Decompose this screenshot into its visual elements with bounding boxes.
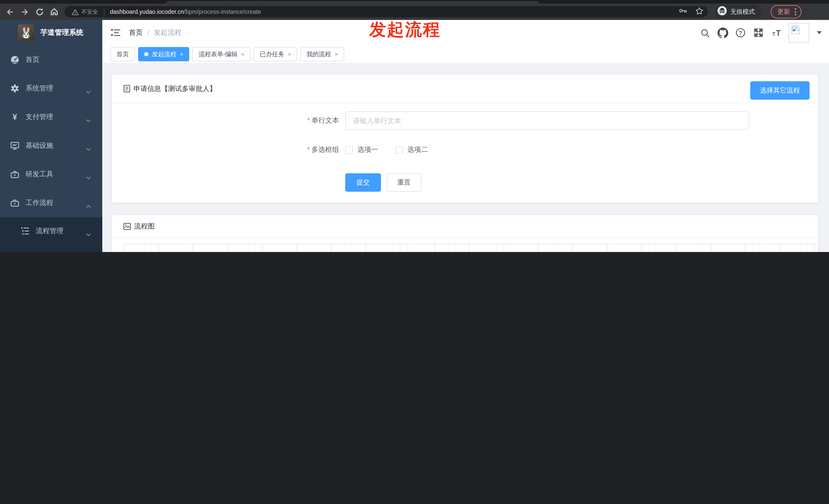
back-icon[interactable] <box>5 7 15 17</box>
checkbox-icon[interactable] <box>345 146 353 154</box>
fullscreen-icon[interactable] <box>753 27 764 38</box>
view-tab-done-tasks[interactable]: 已办任务× <box>254 47 297 61</box>
bookmark-star-icon[interactable] <box>695 6 704 17</box>
chevron-down-icon <box>86 229 91 238</box>
svg-text:T: T <box>776 28 781 38</box>
chevron-down-icon <box>86 144 91 153</box>
avatar[interactable] <box>789 23 809 42</box>
incognito-badge: 无痕模式 <box>715 5 761 18</box>
password-key-icon[interactable] <box>679 7 688 17</box>
document-icon <box>123 85 131 92</box>
close-icon[interactable]: × <box>180 51 183 57</box>
view-tab-form-edit[interactable]: 流程表单-编辑× <box>192 47 251 61</box>
apply-info-title: 申请信息【测试多审批人】 <box>134 84 216 93</box>
svg-text:T: T <box>772 31 775 37</box>
view-tab-my-process[interactable]: 我的流程× <box>300 47 344 61</box>
required-mark: * <box>307 146 310 153</box>
broken-image-icon <box>790 25 801 36</box>
browser-active-tab[interactable] <box>166 1 539 4</box>
kebab-menu-icon[interactable] <box>795 8 797 15</box>
close-icon[interactable]: × <box>288 51 291 57</box>
diagram-title: 流程图 <box>134 222 155 231</box>
monitor-icon <box>10 141 20 150</box>
home-icon[interactable] <box>49 7 59 17</box>
screenshot-root: 不安全 dashboard.yudao.iocoder.cn/bpm/proce… <box>0 0 829 252</box>
forward-icon[interactable] <box>20 7 30 17</box>
close-icon[interactable]: × <box>335 51 338 57</box>
text-field-label: *单行文本 <box>112 116 339 125</box>
sidebar: 🐰 芋道管理系统 首页 系统管理 ¥ 支付管理 <box>0 20 102 252</box>
github-icon[interactable] <box>717 27 728 38</box>
reset-button[interactable]: 重置 <box>387 173 422 192</box>
sidebar-item-label: 流程管理 <box>36 226 63 236</box>
sidebar-fold-icon[interactable] <box>110 28 121 38</box>
browser-tabstrip <box>0 0 829 4</box>
font-size-icon[interactable]: TT <box>771 27 782 38</box>
help-icon[interactable]: ? <box>735 27 746 38</box>
app-logo: 🐰 <box>18 25 34 41</box>
single-line-text-input[interactable] <box>345 111 749 130</box>
select-other-process-button[interactable]: 选择其它流程 <box>750 81 809 100</box>
checkbox-icon[interactable] <box>395 146 403 154</box>
update-menu-button[interactable]: 更新 <box>771 5 801 18</box>
view-tabbar: 首页 发起流程× 流程表单-编辑× 已办任务× 我的流程× <box>102 45 829 63</box>
page-content: 申请信息【测试多审批人】 选择其它流程 *单行文本 *多选框组 选项一 选项二 <box>102 63 829 252</box>
toolbox-icon <box>10 170 20 179</box>
active-tab-dot <box>144 52 148 56</box>
app-logo-row[interactable]: 🐰 芋道管理系统 <box>0 20 102 45</box>
list-tree-icon <box>21 226 30 236</box>
avatar-caret-icon[interactable] <box>817 31 822 34</box>
chevron-down-icon <box>86 172 91 182</box>
chevron-up-icon <box>86 201 91 210</box>
submit-button[interactable]: 提交 <box>345 173 381 192</box>
sidebar-item-label: 首页 <box>26 55 39 65</box>
sidebar-item-infrastructure[interactable]: 基础设施 <box>0 131 102 160</box>
reload-icon[interactable] <box>34 7 44 17</box>
update-label: 更新 <box>777 7 790 16</box>
sidebar-item-label: 工作流程 <box>26 198 53 207</box>
annotation-title: 发起流程 <box>369 18 441 41</box>
omnibox-divider <box>104 8 104 15</box>
breadcrumb-separator: / <box>147 29 149 37</box>
sidebar-item-task-mgmt[interactable]: 任务管理 <box>0 245 102 252</box>
url-path: /bpm/process-instance/create <box>184 9 261 15</box>
diagram-card-header: 流程图 <box>112 215 818 238</box>
sidebar-item-payment[interactable]: ¥ 支付管理 <box>0 103 102 131</box>
text-field-row: *单行文本 <box>112 111 818 130</box>
checkbox-option-1[interactable]: 选项一 <box>345 145 378 154</box>
breadcrumb: 首页 / 发起流程 <box>129 28 182 37</box>
sidebar-item-system[interactable]: 系统管理 <box>0 74 102 103</box>
browser-toolbar: 不安全 dashboard.yudao.iocoder.cn/bpm/proce… <box>0 4 829 20</box>
process-diagram-card: 流程图 <box>111 215 818 252</box>
apply-info-card: 申请信息【测试多审批人】 选择其它流程 *单行文本 *多选框组 选项一 选项二 <box>111 74 818 203</box>
sidebar-item-label: 支付管理 <box>26 112 53 122</box>
breadcrumb-home[interactable]: 首页 <box>129 28 143 37</box>
checkbox-option-2[interactable]: 选项二 <box>395 145 428 154</box>
svg-text:?: ? <box>739 30 742 36</box>
sidebar-item-workflow[interactable]: 工作流程 <box>0 189 102 217</box>
search-icon[interactable] <box>699 27 710 38</box>
checkbox-field-row: *多选框组 选项一 选项二 <box>112 145 818 154</box>
url-bar[interactable]: 不安全 dashboard.yudao.iocoder.cn/bpm/proce… <box>65 6 708 17</box>
bpmn-canvas[interactable]: 1.1 1.2 <box>124 244 817 252</box>
image-icon <box>123 223 131 230</box>
chevron-down-icon <box>86 86 91 95</box>
sidebar-item-home[interactable]: 首页 <box>0 45 102 74</box>
dashboard-icon <box>10 55 20 65</box>
view-tab-home[interactable]: 首页 <box>110 47 135 61</box>
url-text[interactable]: dashboard.yudao.iocoder.cn/bpm/process-i… <box>110 9 261 15</box>
security-indicator[interactable]: 不安全 <box>72 8 98 15</box>
incognito-label: 无痕模式 <box>730 7 755 16</box>
warning-icon <box>72 8 79 15</box>
sidebar-item-process-mgmt[interactable]: 流程管理 <box>0 217 102 245</box>
incognito-icon <box>717 6 727 18</box>
gear-icon <box>10 84 20 93</box>
view-tab-start-process[interactable]: 发起流程× <box>138 47 189 61</box>
checkbox-field-label: *多选框组 <box>112 145 339 154</box>
close-icon[interactable]: × <box>241 51 245 57</box>
sidebar-item-label: 基础设施 <box>26 141 53 150</box>
yen-icon: ¥ <box>10 112 20 122</box>
sidebar-item-dev-tools[interactable]: 研发工具 <box>0 160 102 189</box>
security-label: 不安全 <box>81 8 98 15</box>
app-header: 首页 / 发起流程 ? <box>102 20 829 45</box>
